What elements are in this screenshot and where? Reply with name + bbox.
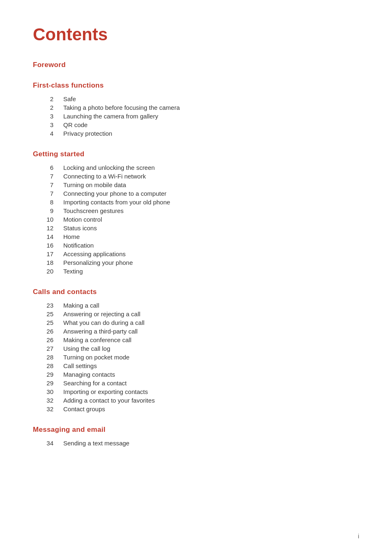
- toc-list-calls-and-contacts: 23Making a call25Answering or rejecting …: [33, 301, 359, 413]
- toc-item[interactable]: 20Texting: [33, 267, 359, 276]
- toc-page-number: 27: [33, 345, 53, 352]
- toc-item-label: Making a conference call: [63, 336, 131, 343]
- toc-page-number: 17: [33, 250, 53, 257]
- toc-item[interactable]: 8Importing contacts from your old phone: [33, 198, 359, 206]
- toc-item-label: Answering a third-party call: [63, 328, 138, 335]
- toc-item[interactable]: 17Accessing applications: [33, 250, 359, 258]
- toc-page-number: 8: [33, 199, 53, 206]
- toc-page-number: 18: [33, 259, 53, 266]
- toc-item-label: Answering or rejecting a call: [63, 310, 141, 317]
- toc-item[interactable]: 12Status icons: [33, 224, 359, 232]
- toc-page-number: 6: [33, 164, 53, 171]
- toc-item[interactable]: 10Motion control: [33, 215, 359, 224]
- toc-item[interactable]: 34Sending a text message: [33, 439, 359, 447]
- toc-item[interactable]: 27Using the call log: [33, 344, 359, 353]
- section-foreword: Foreword: [33, 61, 359, 69]
- toc-item[interactable]: 18Personalizing your phone: [33, 258, 359, 267]
- toc-page-number: 4: [33, 130, 53, 137]
- toc-item[interactable]: 29Searching for a contact: [33, 379, 359, 387]
- toc-item-label: Contact groups: [63, 405, 105, 412]
- toc-item-label: Privacy protection: [63, 130, 112, 137]
- page-footer: i: [358, 533, 359, 540]
- toc-item[interactable]: 32Contact groups: [33, 405, 359, 413]
- toc-page-number: 25: [33, 310, 53, 317]
- toc-page-number: 12: [33, 225, 53, 232]
- toc-item[interactable]: 2Safe: [33, 95, 359, 103]
- toc-item-label: QR code: [63, 121, 88, 128]
- toc-page-number: 28: [33, 362, 53, 369]
- toc-page-number: 7: [33, 190, 53, 197]
- toc-item-label: Locking and unlocking the screen: [63, 164, 155, 171]
- toc-item-label: Safe: [63, 95, 76, 102]
- toc-item-label: Importing or exporting contacts: [63, 388, 148, 395]
- toc-page-number: 3: [33, 113, 53, 120]
- toc-item[interactable]: 25Answering or rejecting a call: [33, 310, 359, 318]
- toc-item[interactable]: 6Locking and unlocking the screen: [33, 163, 359, 172]
- toc-item[interactable]: 23Making a call: [33, 301, 359, 310]
- toc-item[interactable]: 28Call settings: [33, 361, 359, 370]
- toc-item[interactable]: 26Making a conference call: [33, 336, 359, 344]
- toc-item-label: Notification: [63, 242, 94, 249]
- toc-page-number: 34: [33, 440, 53, 447]
- toc-item[interactable]: 3Launching the camera from gallery: [33, 112, 359, 120]
- toc-item[interactable]: 7Connecting your phone to a computer: [33, 189, 359, 198]
- toc-page-number: 32: [33, 397, 53, 404]
- toc-page-number: 20: [33, 268, 53, 275]
- toc-item-label: Call settings: [63, 362, 97, 369]
- toc-item-label: Status icons: [63, 225, 97, 232]
- section-calls-and-contacts: Calls and contacts23Making a call25Answe…: [33, 288, 359, 413]
- toc-item-label: Turning on mobile data: [63, 181, 126, 188]
- toc-page-number: 3: [33, 121, 53, 128]
- toc-page-number: 29: [33, 371, 53, 378]
- toc-page-number: 25: [33, 319, 53, 326]
- toc-list-first-class-functions: 2Safe2Taking a photo before focusing the…: [33, 95, 359, 138]
- section-heading-foreword: Foreword: [33, 61, 359, 69]
- toc-item-label: Using the call log: [63, 345, 110, 352]
- toc-item[interactable]: 25What you can do during a call: [33, 318, 359, 327]
- toc-page-number: 2: [33, 104, 53, 111]
- toc-item[interactable]: 7Connecting to a Wi-Fi network: [33, 172, 359, 181]
- toc-item[interactable]: 16Notification: [33, 241, 359, 250]
- toc-item-label: Texting: [63, 268, 83, 275]
- page-title: Contents: [33, 25, 359, 44]
- toc-item[interactable]: 32Adding a contact to your favorites: [33, 396, 359, 405]
- toc-page-number: 7: [33, 173, 53, 180]
- toc-page-number: 10: [33, 216, 53, 223]
- section-heading-getting-started: Getting started: [33, 150, 359, 158]
- toc-item-label: Managing contacts: [63, 371, 115, 378]
- toc-item[interactable]: 26Answering a third-party call: [33, 327, 359, 336]
- toc-page-number: 30: [33, 388, 53, 395]
- toc-page-number: 9: [33, 207, 53, 214]
- toc-page-number: 26: [33, 328, 53, 335]
- toc-item-label: Adding a contact to your favorites: [63, 397, 155, 404]
- toc-item[interactable]: 3QR code: [33, 120, 359, 129]
- toc-page-number: 29: [33, 380, 53, 387]
- toc-item[interactable]: 28Turning on pocket mode: [33, 353, 359, 361]
- toc-item[interactable]: 9Touchscreen gestures: [33, 206, 359, 215]
- section-first-class-functions: First-class functions2Safe2Taking a phot…: [33, 81, 359, 138]
- toc-item-label: Importing contacts from your old phone: [63, 199, 170, 206]
- toc-page-number: 2: [33, 95, 53, 102]
- toc-page-number: 16: [33, 242, 53, 249]
- toc-page-number: 14: [33, 233, 53, 240]
- section-heading-first-class-functions: First-class functions: [33, 81, 359, 90]
- toc-item[interactable]: 2Taking a photo before focusing the came…: [33, 103, 359, 112]
- toc-item-label: Turning on pocket mode: [63, 354, 129, 361]
- toc-item-label: Motion control: [63, 216, 102, 223]
- toc-item[interactable]: 7Turning on mobile data: [33, 181, 359, 189]
- section-messaging-and-email: Messaging and email34Sending a text mess…: [33, 426, 359, 447]
- toc-item[interactable]: 14Home: [33, 232, 359, 241]
- toc-page-number: 7: [33, 181, 53, 188]
- toc-page-number: 23: [33, 302, 53, 309]
- toc-item-label: Accessing applications: [63, 250, 126, 257]
- section-heading-calls-and-contacts: Calls and contacts: [33, 288, 359, 296]
- toc-item-label: Personalizing your phone: [63, 259, 133, 266]
- toc-item-label: Connecting to a Wi-Fi network: [63, 173, 146, 180]
- toc-item[interactable]: 29Managing contacts: [33, 370, 359, 379]
- toc-item[interactable]: 30Importing or exporting contacts: [33, 387, 359, 396]
- toc-item-label: Making a call: [63, 302, 99, 309]
- section-heading-messaging-and-email: Messaging and email: [33, 426, 359, 434]
- toc-item[interactable]: 4Privacy protection: [33, 129, 359, 138]
- toc-item-label: Connecting your phone to a computer: [63, 190, 166, 197]
- toc-item-label: Touchscreen gestures: [63, 207, 124, 214]
